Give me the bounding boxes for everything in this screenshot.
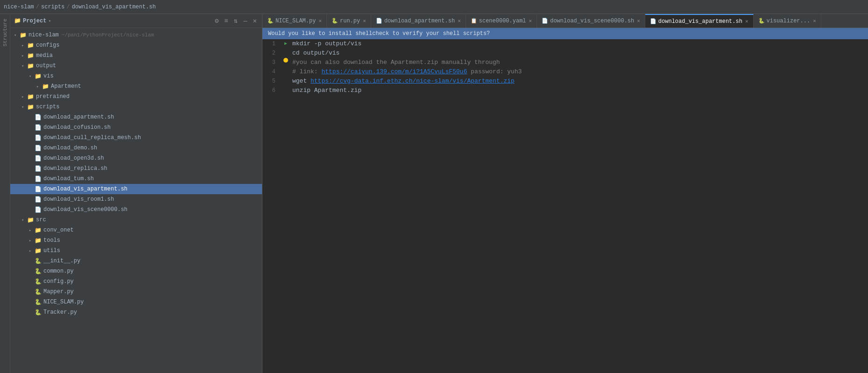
line-number-5: 5 xyxy=(262,77,281,86)
tree-label-download_vis_room1.sh: download_vis_room1.sh xyxy=(43,196,114,203)
tree-item-src[interactable]: ▾📁src xyxy=(10,215,262,225)
editor-line-6: 6unzip Apartment.zip xyxy=(262,86,868,95)
tree-item-Apartment[interactable]: ▸📁Apartment xyxy=(10,81,262,91)
close-icon[interactable]: ✕ xyxy=(252,16,258,26)
tree-label-download_replica.sh: download_replica.sh xyxy=(43,165,107,172)
line-content-5: wget https://cvg-data.inf.ethz.ch/nice-s… xyxy=(290,77,868,86)
tree-item-download_demo.sh[interactable]: 📄download_demo.sh xyxy=(10,143,262,153)
tree-item-config.py[interactable]: 🐍config.py xyxy=(10,276,262,287)
tab-icon-NICE_SLAM.py: 🐍 xyxy=(267,18,274,24)
tree-item-download_apartment.sh[interactable]: 📄download_apartment.sh xyxy=(10,112,262,122)
tab-close-NICE_SLAM.py[interactable]: ✕ xyxy=(318,18,322,24)
tree-item-download_vis_room1.sh[interactable]: 📄download_vis_room1.sh xyxy=(10,194,262,204)
tab-icon-scene0000.yaml: 📋 xyxy=(471,18,477,24)
tab-visualizer[interactable]: 🐍visualizer...✕ xyxy=(754,14,821,28)
tree-label-media: media xyxy=(36,52,53,59)
tab-bar: 🐍NICE_SLAM.py✕🐍run.py✕📄download_apartmen… xyxy=(262,14,868,28)
code-span: https://caiyun.139.com/m/i?1A5CvuLsF50u6 xyxy=(321,68,467,75)
code-span: password: yuh3 xyxy=(467,68,522,75)
tab-scene0000.yaml[interactable]: 📋scene0000.yaml✕ xyxy=(466,14,537,28)
tab-NICE_SLAM.py[interactable]: 🐍NICE_SLAM.py✕ xyxy=(262,14,327,28)
line-content-2: cd output/vis xyxy=(290,49,868,58)
notification-text: Would you like to install shellcheck to … xyxy=(268,30,490,37)
tab-close-run.py[interactable]: ✕ xyxy=(363,18,366,24)
tree-label-Tracker.py: Tracker.py xyxy=(43,309,77,316)
line-gutter-3 xyxy=(281,58,290,63)
tree-item-download_tum.sh[interactable]: 📄download_tum.sh xyxy=(10,174,262,184)
tree-item-tools[interactable]: ▸📁tools xyxy=(10,235,262,246)
tab-icon-download_vis_apartment.sh: 📄 xyxy=(650,18,656,24)
tab-label-download_vis_scene0000.sh: download_vis_scene0000.sh xyxy=(550,18,634,24)
tab-close-visualizer[interactable]: ✕ xyxy=(813,18,816,24)
sort-icon[interactable]: ⇅ xyxy=(233,16,239,26)
tree-item-__init__.py[interactable]: 🐍__init__.py xyxy=(10,256,262,266)
sidebar-title[interactable]: Project xyxy=(23,18,46,24)
tree-item-common.py[interactable]: 🐍common.py xyxy=(10,266,262,276)
run-icon[interactable]: ▶ xyxy=(284,39,287,49)
tree-item-download_vis_apartment.sh[interactable]: 📄download_vis_apartment.sh xyxy=(10,184,262,194)
line-number-6: 6 xyxy=(262,86,281,95)
tree-item-NICE_SLAM.py[interactable]: 🐍NICE_SLAM.py xyxy=(10,297,262,307)
tree-item-vis[interactable]: ▾📁vis xyxy=(10,71,262,81)
layout-icon[interactable]: ≡ xyxy=(223,16,229,26)
tree-label-output: output xyxy=(36,63,56,69)
tree-item-download_cull_replica_mesh.sh[interactable]: 📄download_cull_replica_mesh.sh xyxy=(10,133,262,143)
tree-item-Mapper.py[interactable]: 🐍Mapper.py xyxy=(10,287,262,297)
tab-label-scene0000.yaml: scene0000.yaml xyxy=(479,18,526,24)
breadcrumb-bar: nice-slam / scripts / download_vis_apart… xyxy=(0,0,868,14)
tree-label-config.py: config.py xyxy=(43,278,74,285)
tree-item-download_vis_scene0000.sh[interactable]: 📄download_vis_scene0000.sh xyxy=(10,204,262,215)
tree-label-configs: configs xyxy=(36,42,59,49)
tree-item-utils[interactable]: ▸📁utils xyxy=(10,246,262,256)
structure-label[interactable]: Structure xyxy=(1,16,9,49)
tree-item-pretrained[interactable]: ▸📁pretrained xyxy=(10,91,262,102)
collapse-icon[interactable]: — xyxy=(242,16,248,26)
tree-label-download_cofusion.sh: download_cofusion.sh xyxy=(43,124,111,131)
tree-item-scripts[interactable]: ▾📁scripts xyxy=(10,102,262,112)
tree-label-pretrained: pretrained xyxy=(36,93,70,100)
tab-close-download_vis_scene0000.sh[interactable]: ✕ xyxy=(637,18,640,24)
tree-item-conv_onet[interactable]: ▸📁conv_onet xyxy=(10,225,262,235)
tree-label-scripts: scripts xyxy=(36,104,59,110)
tree-item-output[interactable]: ▾📁output xyxy=(10,61,262,71)
tree-item-download_open3d.sh[interactable]: 📄download_open3d.sh xyxy=(10,153,262,163)
tab-icon-download_apartment.sh: 📄 xyxy=(376,18,382,24)
tab-download_vis_scene0000.sh[interactable]: 📄download_vis_scene0000.sh✕ xyxy=(537,14,645,28)
editor-line-1: 1▶mkdir -p output/vis xyxy=(262,39,868,49)
tab-icon-download_vis_scene0000.sh: 📄 xyxy=(542,18,548,24)
line-number-3: 3 xyxy=(262,58,281,67)
sidebar-caret[interactable]: ▾ xyxy=(48,18,51,24)
tree-label-download_vis_scene0000.sh: download_vis_scene0000.sh xyxy=(43,206,127,213)
breadcrumb-scripts[interactable]: scripts xyxy=(41,4,64,10)
tree-item-nice-slam[interactable]: ▾📁nice-slam~/pan1/PythonProject/nice-sla… xyxy=(10,30,262,40)
breakpoint-dot[interactable] xyxy=(283,58,288,63)
code-span: unzip Apartment.zip xyxy=(292,87,361,94)
tree-item-download_replica.sh[interactable]: 📄download_replica.sh xyxy=(10,163,262,174)
tab-download_apartment.sh[interactable]: 📄download_apartment.sh✕ xyxy=(371,14,466,28)
settings-icon[interactable]: ⚙ xyxy=(213,16,220,26)
tab-close-download_apartment.sh[interactable]: ✕ xyxy=(458,18,461,24)
tree-item-media[interactable]: ▸📁media xyxy=(10,50,262,61)
code-span: wget xyxy=(292,77,311,84)
line-gutter-1: ▶ xyxy=(281,39,290,49)
code-span: cd output/vis xyxy=(292,49,339,56)
tab-label-download_vis_apartment.sh: download_vis_apartment.sh xyxy=(658,18,742,25)
line-number-1: 1 xyxy=(262,39,281,49)
tree-label-nice-slam: nice-slam~/pan1/PythonProject/nice-slam xyxy=(28,32,154,38)
breadcrumb-nice-slam[interactable]: nice-slam xyxy=(4,4,34,10)
tab-close-scene0000.yaml[interactable]: ✕ xyxy=(529,18,532,24)
breadcrumb-file[interactable]: download_vis_apartment.sh xyxy=(72,4,156,10)
line-number-4: 4 xyxy=(262,67,281,77)
tab-download_vis_apartment.sh[interactable]: 📄download_vis_apartment.sh✕ xyxy=(645,14,754,28)
tab-label-visualizer: visualizer... xyxy=(767,18,811,24)
editor-line-3: 3#you can also download the Apartment.zi… xyxy=(262,58,868,67)
tree-item-configs[interactable]: ▸📁configs xyxy=(10,40,262,50)
tree-label-download_cull_replica_mesh.sh: download_cull_replica_mesh.sh xyxy=(43,134,141,141)
tree-label-Apartment: Apartment xyxy=(51,83,81,90)
tab-close-download_vis_apartment.sh[interactable]: ✕ xyxy=(745,18,748,24)
tab-icon-visualizer: 🐍 xyxy=(758,18,765,24)
tree-item-Tracker.py[interactable]: 🐍Tracker.py xyxy=(10,307,262,317)
breadcrumb-sep2: / xyxy=(66,4,70,10)
tree-item-download_cofusion.sh[interactable]: 📄download_cofusion.sh xyxy=(10,122,262,133)
tab-run.py[interactable]: 🐍run.py✕ xyxy=(327,14,371,28)
